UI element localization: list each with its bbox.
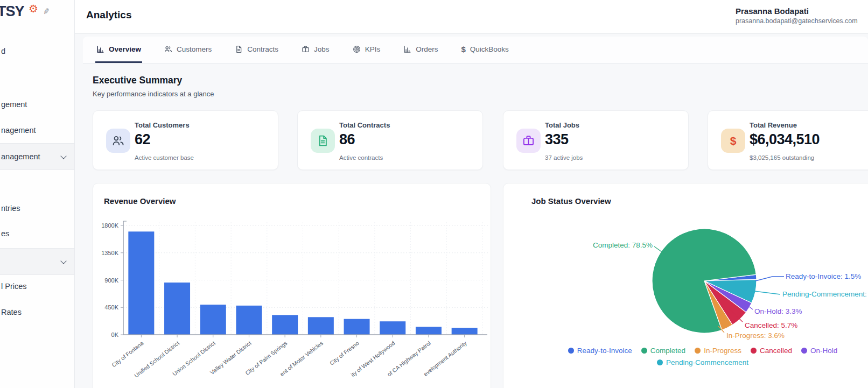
svg-text:1800K: 1800K bbox=[101, 222, 118, 229]
pie-label-on-hold: On-Hold: 3.3% bbox=[754, 307, 802, 315]
chevron-down-icon bbox=[60, 153, 66, 159]
legend-item[interactable]: Cancelled bbox=[751, 347, 792, 355]
pie-label-in-progress: In-Progress: 3.6% bbox=[726, 331, 785, 340]
kpi-label: Total Customers bbox=[135, 121, 190, 129]
pen-icon: ✎ bbox=[40, 7, 51, 16]
kpi-card-total-customers: Total Customers 62 Active customer base bbox=[93, 110, 278, 170]
dollar-icon: $ bbox=[721, 129, 745, 153]
svg-text:City of Fresno: City of Fresno bbox=[328, 340, 360, 366]
kpi-subtext: Active contracts bbox=[339, 154, 383, 161]
page-title: Analytics bbox=[86, 9, 131, 21]
document-icon bbox=[235, 45, 243, 53]
kpi-subtext: 37 active jobs bbox=[545, 154, 583, 161]
kpi-value: 335 bbox=[545, 131, 569, 148]
legend-item[interactable]: Completed bbox=[641, 347, 685, 355]
kpi-label: Total Jobs bbox=[545, 121, 579, 129]
chevron-down-icon bbox=[60, 258, 66, 264]
legend-dot bbox=[657, 359, 663, 365]
briefcase-icon bbox=[516, 129, 541, 153]
kpi-label: Total Contracts bbox=[339, 121, 390, 129]
job-status-overview-card: Job Status Overview Completed: 78.5% Rea… bbox=[503, 183, 868, 388]
sidebar-item[interactable]: ntries bbox=[0, 195, 74, 221]
sidebar: TSY ⚙ ✎ d gement nagement anagement ntri… bbox=[0, 0, 75, 388]
legend-dot bbox=[695, 348, 701, 354]
tab-orders[interactable]: Orders bbox=[402, 37, 439, 63]
tab-kpis[interactable]: KPIs bbox=[352, 37, 382, 63]
section-title: Executive Summary bbox=[93, 75, 182, 86]
legend-dot bbox=[568, 348, 574, 354]
kpi-value: 86 bbox=[339, 131, 355, 148]
sidebar-item[interactable]: es bbox=[0, 221, 74, 246]
analytics-tabs: Overview Customers Contracts Jobs KPIs O… bbox=[83, 37, 868, 64]
sidebar-item[interactable]: l Prices bbox=[0, 273, 74, 299]
sidebar-item[interactable]: Rates bbox=[0, 299, 74, 325]
svg-text:1350K: 1350K bbox=[101, 250, 118, 256]
people-icon bbox=[106, 129, 130, 153]
tab-customers[interactable]: Customers bbox=[163, 37, 213, 63]
sidebar-item[interactable]: nagement bbox=[0, 117, 74, 143]
legend-item[interactable]: In-Progress bbox=[695, 347, 741, 355]
sidebar-item-expandable[interactable]: anagement bbox=[0, 143, 74, 170]
kpi-value: 62 bbox=[135, 131, 150, 148]
user-name: Prasanna Bodapati bbox=[736, 6, 868, 17]
kpi-card-total-revenue: $ Total Revenue $6,034,510 $3,025,165 ou… bbox=[708, 110, 868, 170]
pie-label-ready-to-invoice: Ready-to-Invoice: 1.5% bbox=[786, 272, 861, 280]
bar-chart-icon bbox=[403, 45, 411, 53]
kpi-value: $6,034,510 bbox=[750, 131, 820, 148]
tab-quickbooks[interactable]: $ QuickBooks bbox=[460, 37, 509, 63]
app-logo[interactable]: TSY ⚙ ✎ bbox=[0, 3, 24, 20]
legend-dot bbox=[641, 348, 647, 354]
pie-label-cancelled: Cancelled: 5.7% bbox=[745, 321, 797, 329]
section-subtitle: Key performance indicators at a glance bbox=[93, 90, 214, 98]
pie-label-pending-commencement: Pending-Commencement: 7.4% bbox=[782, 290, 868, 298]
pie-legend-row-1: Ready-to-Invoice Completed In-Progress C… bbox=[503, 347, 868, 355]
target-icon bbox=[353, 45, 361, 53]
user-email: prasanna.bodapati@gatechservices.com bbox=[736, 17, 868, 26]
svg-text:450K: 450K bbox=[104, 304, 118, 311]
logo-text: TSY bbox=[0, 3, 24, 19]
svg-text:0K: 0K bbox=[111, 331, 119, 338]
top-header: Analytics Prasanna Bodapati prasanna.bod… bbox=[74, 0, 868, 34]
gear-icon: ⚙ bbox=[29, 2, 38, 15]
revenue-overview-card: Revenue Overview 0K450K900K1350K1800KCit… bbox=[93, 183, 491, 388]
document-icon bbox=[311, 129, 335, 153]
bar-chart-icon bbox=[96, 45, 104, 53]
user-info[interactable]: Prasanna Bodapati prasanna.bodapati@gate… bbox=[736, 6, 868, 26]
legend-item[interactable]: Ready-to-Invoice bbox=[568, 347, 632, 355]
svg-text:900K: 900K bbox=[104, 277, 118, 284]
pie-label-completed: Completed: 78.5% bbox=[583, 241, 653, 249]
sidebar-item[interactable]: gement bbox=[0, 91, 74, 117]
kpi-subtext: Active customer base bbox=[135, 154, 194, 161]
tab-contracts[interactable]: Contracts bbox=[234, 37, 279, 63]
tab-jobs[interactable]: Jobs bbox=[300, 37, 331, 63]
sidebar-item-expandable[interactable] bbox=[0, 248, 74, 275]
legend-dot bbox=[751, 348, 757, 354]
sidebar-item[interactable]: d bbox=[0, 38, 74, 64]
revenue-bar-chart: 0K450K900K1350K1800KCity of FontanaUnifi… bbox=[93, 184, 492, 388]
legend-item[interactable]: Pending-Commencement bbox=[657, 358, 748, 366]
tab-overview[interactable]: Overview bbox=[95, 37, 142, 63]
kpi-card-total-contracts: Total Contracts 86 Active contracts bbox=[297, 110, 483, 170]
svg-text:City of Fontana: City of Fontana bbox=[110, 340, 145, 368]
dollar-icon: $ bbox=[461, 45, 465, 54]
kpi-subtext: $3,025,165 outstanding bbox=[750, 154, 814, 161]
people-icon bbox=[164, 45, 172, 53]
job-status-pie-chart bbox=[503, 184, 868, 388]
legend-dot bbox=[801, 348, 807, 354]
pie-legend-row-2: Pending-Commencement bbox=[503, 358, 868, 366]
kpi-label: Total Revenue bbox=[750, 121, 797, 129]
kpi-card-total-jobs: Total Jobs 335 37 active jobs bbox=[503, 110, 689, 170]
briefcase-icon bbox=[302, 45, 310, 53]
legend-item[interactable]: On-Hold bbox=[801, 347, 837, 355]
